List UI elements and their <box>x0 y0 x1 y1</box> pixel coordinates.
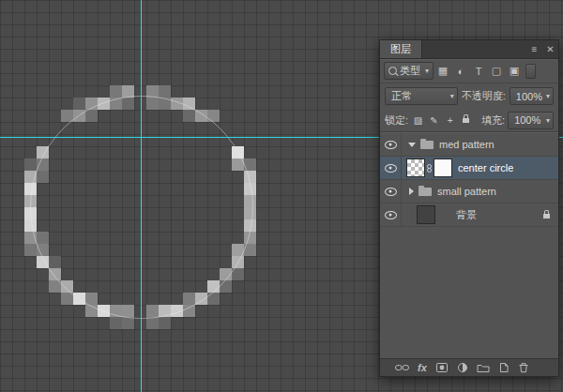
opacity-value: 100% <box>516 91 542 102</box>
chevron-down-icon: ▾ <box>423 67 431 75</box>
blend-mode-select[interactable]: 正常 ▾ <box>385 87 458 105</box>
lock-transparency-button[interactable]: ▨ <box>411 113 425 128</box>
layer-row-small-pattern[interactable]: small pattern <box>380 180 558 204</box>
new-group-button[interactable] <box>477 359 490 376</box>
panel-header: 图层 ≡ ✕ <box>380 40 558 59</box>
lock-position-button[interactable]: + <box>443 113 457 128</box>
filter-on-off-toggle[interactable] <box>525 64 536 79</box>
layer-style-button[interactable]: fx <box>418 359 427 376</box>
layer-name: 背景 <box>456 208 477 222</box>
tab-layers[interactable]: 图层 <box>380 40 422 58</box>
pixel-cell <box>159 85 171 98</box>
circle-path-outline <box>30 96 253 319</box>
panel-menu-icon[interactable]: ≡ <box>526 40 542 58</box>
fill-value: 100% <box>514 114 540 126</box>
vertical-guide[interactable] <box>141 0 142 392</box>
opacity-label: 不透明度: <box>462 89 506 103</box>
search-icon <box>388 67 397 75</box>
visibility-toggle[interactable] <box>380 157 402 179</box>
visibility-toggle[interactable] <box>380 180 402 203</box>
filter-type-layers-icon[interactable]: T <box>470 63 487 79</box>
panel-bottom-bar: fx <box>380 358 558 376</box>
eye-icon <box>385 211 397 219</box>
filter-shape-layers-icon[interactable]: ▢ <box>488 63 505 79</box>
pixel-cell <box>24 158 37 171</box>
folder-icon <box>420 141 434 149</box>
pixel-cell <box>24 244 37 256</box>
blend-mode-value: 正常 <box>391 89 412 103</box>
adjustment-layer-button[interactable] <box>457 359 468 376</box>
visibility-toggle[interactable] <box>380 204 402 226</box>
header-spacer <box>422 40 526 58</box>
visibility-toggle[interactable] <box>380 133 402 156</box>
eye-icon <box>385 164 397 173</box>
layer-name: small pattern <box>437 186 496 197</box>
layer-row-center-circle[interactable]: center circle <box>380 157 558 180</box>
fill-input[interactable]: 100% ▾ <box>508 112 554 129</box>
lock-paint-button[interactable]: ✎ <box>427 113 441 128</box>
chevron-down-icon[interactable] <box>408 143 416 147</box>
chevron-right-icon[interactable] <box>409 188 414 195</box>
add-layer-mask-button[interactable] <box>435 359 449 376</box>
fill-label: 填充: <box>481 113 505 128</box>
lock-buttons: ▨ ✎ + <box>411 113 473 128</box>
pixel-cell <box>110 317 122 329</box>
chevron-down-icon: ▾ <box>546 92 550 100</box>
chevron-down-icon: ▾ <box>546 116 550 125</box>
pixel-cell <box>122 317 134 329</box>
lock-label: 锁定: <box>385 113 408 128</box>
link-layers-button[interactable] <box>395 359 409 376</box>
layers-panel: 图层 ≡ ✕ 类型 ▾ ▦ ◐ T ▢ ▣ 正常 ▾ 不透明度: <box>379 39 559 377</box>
fx-icon: fx <box>418 362 427 373</box>
layer-thumbnail[interactable] <box>406 158 425 177</box>
eye-icon <box>385 141 397 149</box>
lock-row: 锁定: ▨ ✎ + 填充: 100% ▾ <box>380 109 558 132</box>
filter-adjustment-layers-icon[interactable]: ◐ <box>452 63 469 79</box>
delete-layer-button[interactable] <box>518 359 529 376</box>
pixel-cell <box>159 317 171 329</box>
layers-tab-label: 图层 <box>390 42 411 56</box>
lock-all-button[interactable] <box>459 113 473 128</box>
filter-smart-object-icon[interactable]: ▣ <box>506 63 523 79</box>
folder-icon <box>418 188 432 196</box>
mask-link-icon[interactable] <box>426 164 433 173</box>
layer-name: center circle <box>458 162 513 173</box>
pixel-cell <box>146 317 159 329</box>
filter-pixel-layers-icon[interactable]: ▦ <box>434 63 451 79</box>
blend-mode-row: 正常 ▾ 不透明度: 100% ▾ <box>380 83 558 109</box>
lock-icon <box>463 118 469 123</box>
opacity-input[interactable]: 100% ▾ <box>510 87 554 105</box>
layer-row-med-pattern[interactable]: med pattern <box>380 133 558 157</box>
close-icon[interactable]: ✕ <box>542 40 558 58</box>
pixel-cell <box>73 98 85 110</box>
layer-list: med pattern center circle small pattern <box>380 132 558 227</box>
layer-name: med pattern <box>439 139 495 150</box>
eye-icon <box>385 188 397 196</box>
layer-mask-thumbnail[interactable] <box>434 158 452 177</box>
filter-kind-label: 类型 <box>400 64 420 78</box>
pixel-cell <box>110 85 122 98</box>
filter-kind-select[interactable]: 类型 ▾ <box>384 62 434 80</box>
layer-filter-row: 类型 ▾ ▦ ◐ T ▢ ▣ <box>380 59 558 83</box>
chevron-down-icon: ▾ <box>450 92 454 100</box>
photoshop-workspace: 图层 ≡ ✕ 类型 ▾ ▦ ◐ T ▢ ▣ 正常 ▾ 不透明度: <box>0 0 563 392</box>
background-lock-icon <box>543 209 550 220</box>
layer-thumbnail[interactable] <box>417 205 435 224</box>
layer-row-background[interactable]: 背景 <box>380 204 558 227</box>
new-layer-button[interactable] <box>498 359 510 376</box>
